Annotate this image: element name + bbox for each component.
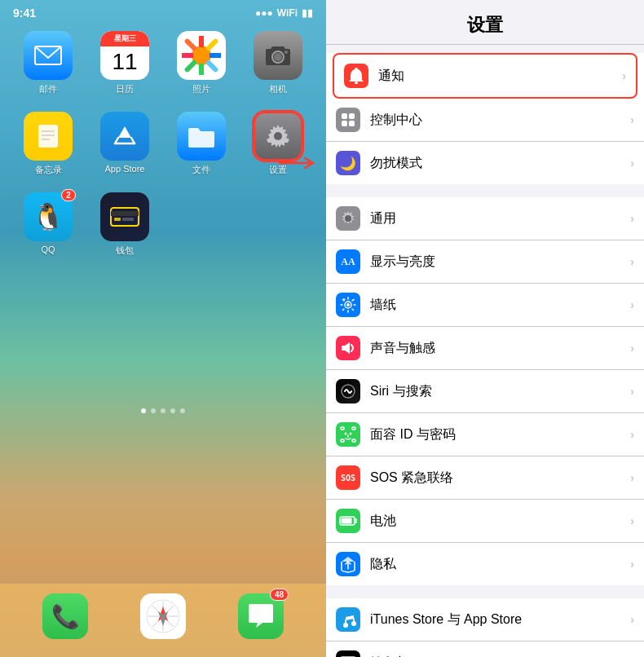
settings-row-general[interactable]: 通用 › [326,197,644,240]
appstore-label: App Store [105,164,145,174]
app-files[interactable]: 文件 [170,112,233,176]
appstore-icon [100,112,149,161]
general-icon [336,206,360,231]
svg-marker-35 [342,342,350,354]
notification-icon [344,64,368,88]
itunes-icon [336,607,360,632]
wallpaper-label: 墙纸 [370,297,630,314]
control-icon [336,108,360,132]
sos-chevron: › [630,471,634,484]
calendar-icon: 星期三 11 [100,31,149,80]
settings-row-sound[interactable]: 声音与触感 › [326,327,644,370]
dot-1 [141,408,146,413]
svg-point-5 [274,53,282,61]
dock-phone[interactable]: 📞 [42,593,88,639]
dock-safari[interactable] [140,593,186,639]
sound-icon [336,336,360,360]
app-mail[interactable]: 邮件 [16,31,80,95]
general-chevron: › [630,212,634,225]
calendar-label: 日历 [116,83,134,95]
settings-list: 通知 › 控制中心 › 🌙 [326,45,644,657]
phone-emoji: 📞 [51,603,80,630]
svg-rect-16 [114,218,121,221]
dnd-icon: 🌙 [336,151,360,175]
itunes-label: iTunes Store 与 App Store [370,611,630,628]
settings-row-faceid[interactable]: 面容 ID 与密码 › [326,413,644,456]
settings-row-battery[interactable]: 电池 › [326,500,644,543]
signal-icon: ●●● [255,7,273,19]
siri-chevron: › [630,385,634,398]
battery-label: 电池 [370,513,630,530]
settings-group-1: 通知 › 控制中心 › 🌙 [326,53,644,184]
dnd-label: 勿扰模式 [370,155,630,172]
dot-3 [161,408,165,413]
app-wallet[interactable]: 钱包 [93,192,157,257]
itunes-chevron: › [630,613,634,626]
battery-icon: ▮▮ [302,7,313,19]
battery-chevron: › [630,514,634,527]
app-calendar[interactable]: 星期三 11 日历 [93,31,157,95]
app-camera[interactable]: 相机 [246,31,310,95]
settings-group-2: 通用 › AA 显示与亮度 › [326,197,644,585]
status-icons: ●●● WiFi ▮▮ [255,7,313,19]
svg-rect-30 [349,121,355,126]
notes-icon [24,112,73,161]
dock-messages[interactable]: 48 [238,593,284,639]
photos-icon [177,31,226,80]
settings-row-dnd[interactable]: 🌙 勿扰模式 › [326,142,644,184]
settings-row-wallpaper[interactable]: 墙纸 › [326,284,644,327]
qq-icon: 🐧 2 [24,192,73,241]
app-grid-row3: 🐧 2 QQ 钱包 [0,184,326,265]
app-qq[interactable]: 🐧 2 QQ [16,192,80,257]
settings-row-itunes[interactable]: iTunes Store 与 App Store › [326,598,644,642]
settings-group-3: iTunes Store 与 App Store › 钱包与 Apple Pay… [326,598,644,657]
svg-rect-15 [111,211,139,216]
svg-rect-40 [352,439,355,442]
camera-icon [254,31,302,80]
settings-row-sos[interactable]: SOS SOS 紧急联络 › [326,456,644,500]
files-icon [177,112,226,161]
notification-label: 通知 [378,68,622,85]
siri-label: Siri 与搜索 [370,383,630,400]
svg-rect-27 [342,113,347,119]
photos-label: 照片 [192,83,210,95]
svg-rect-38 [352,427,355,430]
display-aa: AA [341,256,355,268]
dot-5 [180,408,185,413]
wallet-pay-label: 钱包与 Apple Pay [370,655,630,658]
app-notes[interactable]: 备忘录 [16,112,80,176]
wallpaper-icon [336,293,360,317]
app-grid-row1: 邮件 星期三 11 日历 [0,23,326,104]
mail-label: 邮件 [39,83,57,95]
sound-label: 声音与触感 [370,340,630,357]
settings-row-wallet[interactable]: 钱包与 Apple Pay › [326,642,644,657]
wallpaper-landscape [0,265,326,395]
settings-row-privacy[interactable]: 隐私 › [326,543,644,585]
settings-row-siri[interactable]: Siri 与搜索 › [326,370,644,413]
settings-row-display[interactable]: AA 显示与亮度 › [326,240,644,284]
dot-2 [151,408,156,413]
svg-point-33 [346,303,350,306]
faceid-icon [336,422,360,447]
control-chevron: › [630,113,634,126]
cal-weekday: 星期三 [100,31,149,46]
display-icon: AA [336,249,360,274]
notification-chevron: › [622,69,626,82]
settings-row-notification[interactable]: 通知 › [333,53,637,99]
privacy-label: 隐私 [370,556,630,573]
faceid-label: 面容 ID 与密码 [370,426,630,443]
svg-rect-39 [341,439,344,442]
settings-row-control[interactable]: 控制中心 › [326,99,644,142]
dock: 📞 [0,584,326,657]
dnd-chevron: › [630,157,634,170]
display-chevron: › [630,255,634,268]
empty-cell-2 [246,192,310,257]
svg-rect-7 [38,125,58,148]
files-label: 文件 [192,164,210,176]
arrow-indicator [279,155,320,174]
dot-4 [170,408,175,413]
svg-point-41 [345,433,347,435]
sos-text: SOS [341,474,355,483]
app-appstore[interactable]: App Store [93,112,157,176]
app-photos[interactable]: 照片 [170,31,233,95]
